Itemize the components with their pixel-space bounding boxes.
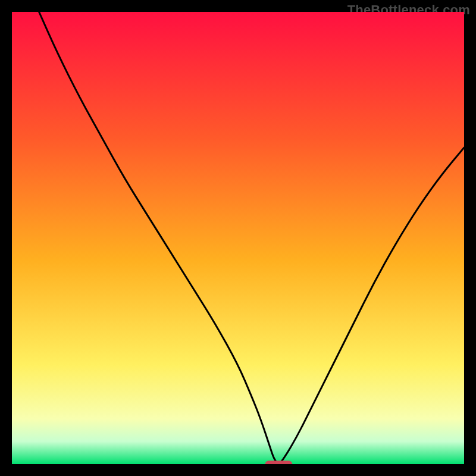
optimal-marker [265, 461, 293, 464]
gradient-background [12, 12, 464, 464]
chart-frame: TheBottleneck.com [0, 0, 476, 476]
bottleneck-chart [12, 12, 464, 464]
